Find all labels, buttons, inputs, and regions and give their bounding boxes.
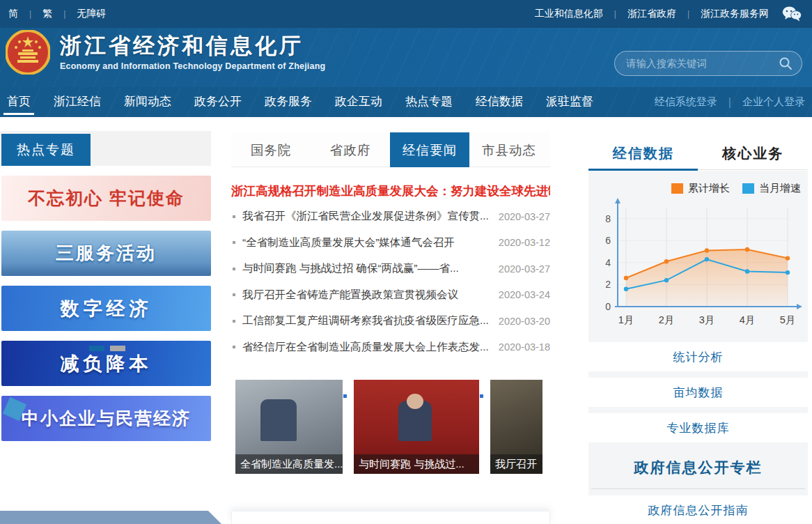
- news-item-title[interactable]: “全省制造业高质量发展大会”媒体通气会召开: [242, 236, 492, 250]
- nav-item-政务服务[interactable]: 政务服务: [265, 87, 312, 118]
- language-switcher: 简 | 繁 | 无障碍: [8, 8, 106, 20]
- footer-strip: [0, 511, 221, 524]
- quick-link-button[interactable]: 专业数据库: [588, 413, 808, 442]
- divider: [591, 488, 805, 489]
- search-input[interactable]: [626, 58, 778, 69]
- divider: |: [63, 9, 65, 19]
- chart-legend: 累计增长当月增速: [588, 176, 808, 195]
- next-section-card: [231, 511, 550, 524]
- news-item-title[interactable]: 我省召开《浙江省民营企业发展促进条例》宣传贯...: [242, 209, 492, 224]
- topic-banners: 不忘初心 牢记使命三服务活动数字经济减负降本中小企业与民营经济: [0, 176, 211, 441]
- divider: |: [614, 9, 616, 19]
- news-item-date: 2020-03-18: [499, 341, 550, 353]
- external-link[interactable]: 工业和信息化部: [535, 8, 603, 20]
- legend-swatch: [671, 183, 683, 194]
- news-tab-国务院[interactable]: 国务院: [231, 132, 311, 167]
- svg-text:8: 8: [605, 213, 611, 224]
- lang-simplified-link[interactable]: 简: [8, 8, 18, 20]
- svg-text:4月: 4月: [740, 314, 756, 325]
- external-link[interactable]: 浙江政务服务网: [701, 8, 769, 20]
- news-row[interactable]: 省经信厅在全省制造业高质量发展大会上作表态发...2020-03-18: [231, 334, 550, 361]
- login-link[interactable]: 经信系统登录: [655, 95, 717, 109]
- nav-item-浙江经信[interactable]: 浙江经信: [54, 87, 101, 118]
- news-photo[interactable]: 与时间赛跑 与挑战过...: [354, 380, 479, 474]
- banner-label: 三服务活动: [56, 241, 157, 265]
- news-item-date: 2020-03-12: [499, 237, 550, 248]
- news-row[interactable]: 我省召开《浙江省民营企业发展促进条例》宣传贯...2020-03-27: [231, 203, 550, 230]
- bullet-icon: [233, 241, 235, 244]
- quick-link-button[interactable]: 统计分析: [588, 342, 808, 371]
- news-list: 我省召开《浙江省民营企业发展促进条例》宣传贯...2020-03-27“全省制造…: [231, 203, 550, 360]
- gov-info-guide-button[interactable]: 政府信息公开指南: [588, 495, 808, 524]
- legend-item: 当月增速: [742, 182, 801, 195]
- legend-item: 累计增长: [671, 182, 730, 195]
- search-box: [614, 51, 802, 76]
- data-tab-核心业务[interactable]: 核心业务: [698, 138, 809, 169]
- svg-text:2月: 2月: [659, 314, 675, 325]
- nav-item-政企互动[interactable]: 政企互动: [335, 87, 382, 118]
- topic-banner[interactable]: 三服务活动: [1, 231, 211, 276]
- bullet-icon: [233, 320, 235, 323]
- news-item-title[interactable]: 省经信厅在全省制造业高质量发展大会上作表态发...: [242, 340, 492, 355]
- news-headline-link[interactable]: 浙江高规格召开制造业高质量发展大会：努力建设全球先进制...: [231, 183, 550, 199]
- news-row[interactable]: 我厅召开全省铸造产能置换政策宣贯视频会议2020-03-24: [231, 282, 550, 309]
- data-column: 经信数据核心业务 累计增长当月增速 024681月2月3月4月5月 统计分析亩均…: [588, 138, 808, 524]
- banner-label: 不忘初心 牢记使命: [28, 187, 185, 210]
- gov-info-section-title[interactable]: 政府信息公开专栏: [588, 458, 808, 477]
- quick-link-button[interactable]: 亩均数据: [588, 378, 808, 407]
- legend-label: 当月增速: [759, 182, 801, 195]
- nav-item-首页[interactable]: 首页: [7, 87, 31, 118]
- svg-text:6: 6: [605, 235, 611, 246]
- news-row[interactable]: 与时间赛跑 与挑战过招 确保“两战赢”——省...2020-03-27: [231, 256, 550, 282]
- top-utility-bar: 简 | 繁 | 无障碍 工业和信息化部|浙江省政府|浙江政务服务网: [0, 0, 812, 28]
- svg-text:0: 0: [605, 301, 611, 312]
- login-links: 经信系统登录|企业个人登录: [655, 95, 805, 109]
- search-button[interactable]: [778, 56, 793, 71]
- news-tab-bar: 国务院省政府经信要闻市县动态: [231, 132, 550, 167]
- data-quick-links: 统计分析亩均数据专业数据库: [588, 342, 808, 442]
- legend-label: 累计增长: [688, 182, 730, 195]
- nav-item-新闻动态[interactable]: 新闻动态: [124, 87, 171, 118]
- news-item-title[interactable]: 与时间赛跑 与挑战过招 确保“两战赢”——省...: [242, 261, 492, 276]
- news-photo[interactable]: 我厅召开: [490, 380, 542, 474]
- topic-banner[interactable]: 不忘初心 牢记使命: [1, 176, 211, 221]
- news-tab-经信要闻[interactable]: 经信要闻: [390, 132, 469, 167]
- divider: |: [728, 96, 731, 109]
- nav-item-派驻监督[interactable]: 派驻监督: [546, 87, 593, 118]
- nav-item-经信数据[interactable]: 经信数据: [476, 87, 523, 118]
- site-header: 浙江省经济和信息化厅 Economy and Information Techn…: [0, 28, 812, 87]
- news-row[interactable]: 工信部复工复产组调研考察我省抗疫省级医疗应急...2020-03-20: [231, 308, 550, 334]
- topic-banner[interactable]: 中小企业与民营经济: [1, 396, 211, 441]
- nav-item-政务公开[interactable]: 政务公开: [194, 87, 242, 118]
- accessibility-link[interactable]: 无障碍: [77, 8, 106, 20]
- external-links: 工业和信息化部|浙江省政府|浙江政务服务网: [535, 6, 802, 22]
- news-tab-省政府[interactable]: 省政府: [311, 132, 390, 167]
- nav-item-热点专题[interactable]: 热点专题: [405, 87, 453, 118]
- wechat-icon[interactable]: [781, 6, 802, 22]
- hot-topics-tab[interactable]: 热点专题: [1, 134, 91, 166]
- svg-text:3月: 3月: [699, 314, 715, 325]
- svg-text:4: 4: [605, 257, 611, 268]
- photo-caption: 全省制造业高质量发...: [235, 454, 343, 474]
- data-panel: 累计增长当月增速 024681月2月3月4月5月 统计分析亩均数据专业数据库 政…: [588, 171, 808, 524]
- news-item-title[interactable]: 工信部复工复产组调研考察我省抗疫省级医疗应急...: [242, 314, 492, 328]
- news-item-date: 2020-03-20: [499, 316, 550, 327]
- news-item-title[interactable]: 我厅召开全省铸造产能置换政策宣贯视频会议: [242, 288, 492, 302]
- main-navbar: 首页浙江经信新闻动态政务公开政务服务政企互动热点专题经信数据派驻监督 经信系统登…: [0, 87, 812, 117]
- lang-traditional-link[interactable]: 繁: [42, 8, 52, 20]
- news-photo[interactable]: 全省制造业高质量发...: [235, 380, 343, 474]
- site-brand[interactable]: 浙江省经济和信息化厅 Economy and Information Techn…: [6, 30, 325, 75]
- photo-caption: 与时间赛跑 与挑战过...: [354, 454, 479, 474]
- login-link[interactable]: 企业个人登录: [742, 95, 805, 109]
- bullet-icon: [233, 215, 235, 218]
- svg-text:2: 2: [605, 279, 611, 290]
- banner-label: 数字经济: [61, 296, 153, 321]
- news-tab-市县动态[interactable]: 市县动态: [469, 132, 549, 167]
- news-row[interactable]: “全省制造业高质量发展大会”媒体通气会召开2020-03-12: [231, 230, 550, 256]
- external-link[interactable]: 浙江省政府: [627, 8, 676, 20]
- data-tab-经信数据[interactable]: 经信数据: [588, 138, 698, 169]
- data-tab-bar: 经信数据核心业务: [588, 138, 808, 169]
- topic-banner[interactable]: 数字经济: [1, 286, 211, 331]
- photo-caption: 我厅召开: [490, 454, 542, 474]
- bullet-icon: [233, 268, 235, 270]
